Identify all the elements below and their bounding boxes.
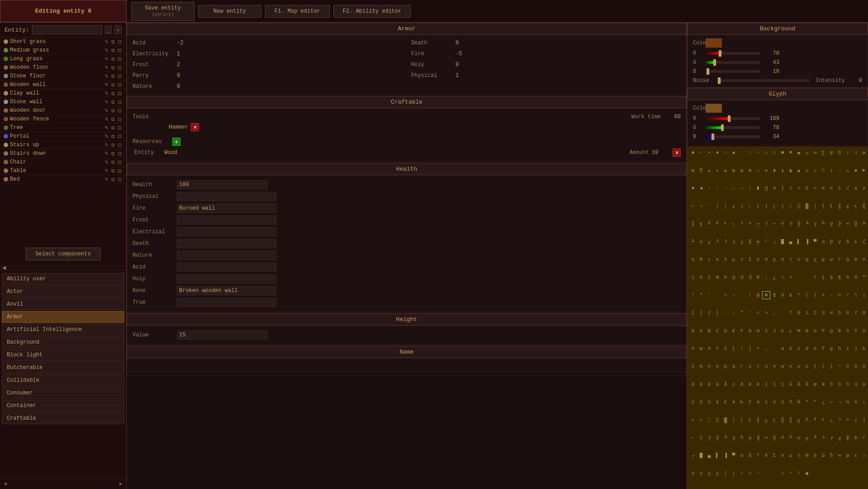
glyph-cell[interactable]: ⊗ bbox=[689, 166, 697, 174]
glyph-cell[interactable]: ⚔ bbox=[754, 166, 762, 174]
glyph-cell[interactable]: ‡ bbox=[819, 273, 827, 282]
entity-copy-icon[interactable]: ⧉ bbox=[110, 39, 116, 45]
glyph-cell[interactable]: q bbox=[730, 362, 738, 370]
glyph-cell[interactable]: h bbox=[835, 345, 844, 353]
glyph-cell[interactable]: O bbox=[811, 327, 819, 335]
glyph-cell[interactable]: ⌠ bbox=[713, 202, 721, 210]
glyph-cell[interactable]: ó bbox=[770, 398, 778, 406]
glyph-cell[interactable]: ⌂ bbox=[762, 149, 770, 157]
entity-edit-icon[interactable]: ✎ bbox=[104, 177, 109, 182]
glyph-cell[interactable]: ⚙ bbox=[746, 166, 754, 174]
glyph-cell[interactable]: κ bbox=[713, 255, 721, 264]
glyph-cell[interactable]: { bbox=[811, 362, 819, 370]
glyph-cell[interactable]: ╚ bbox=[721, 434, 730, 442]
glyph-cell[interactable]: ¢ bbox=[713, 398, 721, 406]
glyph-cell[interactable]: ≈ bbox=[746, 470, 754, 478]
glyph-cell[interactable]: § bbox=[827, 273, 835, 282]
glyph-cell[interactable]: ┌ bbox=[689, 451, 697, 460]
glyph-cell[interactable]: α bbox=[819, 238, 827, 246]
glyph-cell[interactable]: ä bbox=[705, 380, 713, 388]
glyph-cell[interactable]: N bbox=[803, 327, 811, 335]
entity-row[interactable]: Portal ✎ ⧉ ⊡ bbox=[0, 132, 126, 141]
glyph-cell[interactable]: v bbox=[770, 362, 778, 370]
glyph-cell[interactable]: â bbox=[697, 380, 705, 388]
glyph-cell[interactable]: ∞ bbox=[835, 451, 844, 460]
glyph-cell[interactable]: ! bbox=[746, 291, 754, 299]
glyph-cell[interactable]: Ç bbox=[852, 362, 860, 370]
glyph-cell[interactable]: ╔ bbox=[730, 434, 738, 442]
glyph-cell[interactable]: B bbox=[705, 327, 713, 335]
glyph-cell[interactable]: ≈ bbox=[811, 184, 819, 192]
ability-editor-button[interactable]: F2. Ability editor bbox=[333, 5, 411, 18]
glyph-cell[interactable]: ♦ bbox=[713, 149, 721, 157]
glyph-cell[interactable]: ┐ bbox=[827, 416, 835, 424]
glyph-cell[interactable]: ╟ bbox=[795, 220, 803, 228]
glyph-cell[interactable]: ★ bbox=[705, 166, 713, 174]
glyph-cell[interactable]: ♝ bbox=[778, 166, 787, 174]
entity-delete-icon[interactable]: ⊡ bbox=[117, 48, 123, 53]
glyph-cell[interactable]: ₧ bbox=[738, 398, 746, 406]
glyph-cell[interactable]: ╜ bbox=[811, 416, 819, 424]
glyph-cell[interactable]: • bbox=[705, 149, 713, 157]
health-row-input[interactable] bbox=[177, 251, 276, 260]
glyph-cell[interactable]: Π bbox=[697, 273, 705, 282]
glyph-cell[interactable]: ┤ bbox=[819, 202, 827, 210]
glyph-cell[interactable]: _ bbox=[762, 345, 770, 353]
glyph-cell[interactable]: @ bbox=[754, 291, 762, 299]
glyph-cell[interactable]: υ bbox=[795, 255, 803, 264]
entity-copy-icon[interactable]: ⧉ bbox=[110, 91, 116, 96]
glyph-cell[interactable]: » bbox=[697, 416, 705, 424]
glyph-cell[interactable]: ┼ bbox=[697, 434, 705, 442]
glyph-cell[interactable]: D bbox=[721, 327, 730, 335]
glyph-cell[interactable]: ❋ bbox=[721, 166, 730, 174]
glyph-cell[interactable]: ╠ bbox=[835, 220, 844, 228]
glyph-cell[interactable]: ⚒ bbox=[762, 166, 770, 174]
component-item[interactable]: Block light bbox=[2, 349, 124, 361]
glyph-cell[interactable]: ξ bbox=[746, 255, 754, 264]
glyph-cell[interactable]: l bbox=[689, 362, 697, 370]
glyph-cell[interactable]: ✿ bbox=[738, 166, 746, 174]
glyph-cell[interactable]: ┘ bbox=[762, 238, 770, 246]
glyph-cell[interactable]: π bbox=[762, 255, 770, 264]
entity-copy-icon[interactable]: ⧉ bbox=[110, 73, 116, 79]
entity-row[interactable]: Bed ✎ ⧉ ⊡ bbox=[0, 175, 126, 184]
glyph-cell[interactable]: · bbox=[795, 273, 803, 282]
glyph-cell[interactable]: k bbox=[860, 345, 868, 353]
glyph-cell[interactable]: ¬ bbox=[835, 398, 844, 406]
glyph-cell[interactable]: ° bbox=[754, 470, 762, 478]
glyph-cell[interactable]: ♪ bbox=[844, 149, 852, 157]
glyph-cell[interactable]: ╧ bbox=[860, 220, 868, 228]
glyph-cell[interactable]: ) bbox=[811, 291, 819, 299]
glyph-cell[interactable]: f bbox=[819, 345, 827, 353]
glyph-cell[interactable]: ″ bbox=[697, 291, 705, 299]
glyph-cell[interactable]: # bbox=[762, 291, 770, 299]
glyph-cell[interactable]: c bbox=[795, 345, 803, 353]
glyph-cell[interactable]: ╡ bbox=[746, 416, 754, 424]
glyph-cell[interactable]: ↕ bbox=[746, 184, 754, 192]
glyph-cell[interactable]: ♫ bbox=[852, 149, 860, 157]
health-row-input[interactable] bbox=[177, 298, 276, 307]
glyph-cell[interactable]: ╙ bbox=[713, 238, 721, 246]
glyph-cell[interactable]: ô bbox=[827, 380, 835, 388]
glyph-cell[interactable]: × bbox=[787, 273, 795, 282]
entity-delete-icon[interactable]: ⊡ bbox=[117, 65, 123, 71]
glyph-cell[interactable]: ✦ bbox=[713, 166, 721, 174]
glyph-cell[interactable]: ü bbox=[860, 362, 868, 370]
left-panel-icon-left[interactable]: ◄ bbox=[4, 481, 7, 487]
glyph-cell[interactable]: S bbox=[844, 327, 852, 335]
glyph-cell[interactable]: ⊃ bbox=[787, 184, 795, 192]
glyph-cell[interactable]: ⌈ bbox=[754, 202, 762, 210]
glyph-cell[interactable]: , bbox=[770, 309, 778, 317]
glyph-cell[interactable]: s bbox=[746, 362, 754, 370]
glyph-cell[interactable]: ╔ bbox=[811, 220, 819, 228]
glyph-cell[interactable]: └ bbox=[738, 220, 746, 228]
glyph-cell[interactable]: ▌ bbox=[795, 238, 803, 246]
glyph-cell[interactable]: " bbox=[738, 309, 746, 317]
glyph-cell[interactable]: ç bbox=[730, 380, 738, 388]
glyph-cell[interactable]: ι bbox=[705, 255, 713, 264]
glyph-cell[interactable]: H bbox=[754, 327, 762, 335]
glyph-cell[interactable]: = bbox=[835, 291, 844, 299]
glyph-cell[interactable]: ─ bbox=[770, 220, 778, 228]
glyph-cell[interactable]: ƒ bbox=[746, 398, 754, 406]
glyph-cell[interactable]: ▒ bbox=[795, 202, 803, 210]
